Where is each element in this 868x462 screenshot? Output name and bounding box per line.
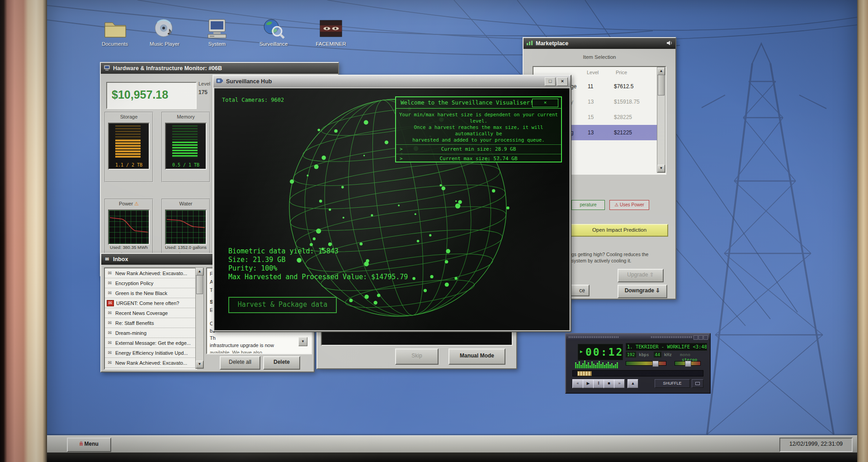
inbox-message[interactable]: ✉Dream-mining xyxy=(105,328,196,338)
storage-label: Storage xyxy=(105,114,152,119)
listbox-scrollbar[interactable]: ▲ ▼ xyxy=(657,67,665,173)
storage-value: 1.1 / 2 TB xyxy=(109,162,149,167)
mail-icon: ✉ xyxy=(107,350,113,356)
description-line: gs getting high? Cooling reduces the xyxy=(571,251,667,257)
surveillance-hub-titlebar[interactable]: Surveillance Hub □ × xyxy=(213,76,571,87)
scroll-down-icon[interactable]: ▼ xyxy=(657,165,665,172)
item-name-fragment: ge xyxy=(571,79,576,94)
volume-thumb[interactable] xyxy=(652,361,659,367)
manual-mode-button[interactable]: Manual Mode xyxy=(448,348,505,365)
balance-thumb[interactable] xyxy=(685,361,691,367)
surveillance-viewport: Total Cameras: 9602 xyxy=(214,88,570,330)
power-label: Power xyxy=(119,201,133,206)
description-line: system by actively cooling it. xyxy=(571,257,667,264)
power-graph xyxy=(108,210,150,245)
speaker-icon[interactable] xyxy=(666,40,673,47)
track-title: 1. TEKRIDER - WORKLIFE <3:48> xyxy=(626,343,707,351)
icon-label: Music Player xyxy=(143,41,186,47)
repeat-icon xyxy=(695,382,700,385)
crt-photo-scene: Documents ♪ Music Player System Surveill… xyxy=(0,0,868,462)
desktop-icon-faceminer[interactable]: FACEMINER xyxy=(309,18,353,47)
inbox-message[interactable]: ✉External Message: Get the edge... xyxy=(105,338,196,348)
hardware-monitor-titlebar[interactable]: Hardware & Infrastructure Monitor: #06B xyxy=(101,63,338,74)
level-value: 175 xyxy=(198,89,208,95)
desktop-screen: Documents ♪ Music Player System Surveill… xyxy=(47,0,857,462)
item-price: $7612.5 xyxy=(614,79,633,94)
skip-button[interactable]: Skip xyxy=(395,348,439,365)
pause-button[interactable]: ‖ xyxy=(593,379,604,388)
balance-slider[interactable] xyxy=(675,361,701,366)
inbox-message-urgent[interactable]: ✉URGENT: Come here often? xyxy=(105,298,196,308)
play-button[interactable]: ▶ xyxy=(583,379,594,388)
dialog-close-icon[interactable]: × xyxy=(532,99,558,107)
inbox-message[interactable]: ✉New Rank Achieved: Excavato... xyxy=(105,358,196,368)
play-state-icon: ▶ xyxy=(580,349,583,354)
item-level: 11 xyxy=(588,79,593,94)
close-icon[interactable] xyxy=(703,335,708,340)
menu-button[interactable]: m̈ Menu xyxy=(67,438,111,452)
desktop-icon-music-player[interactable]: ♪ Music Player xyxy=(143,18,186,47)
volume-slider[interactable] xyxy=(626,361,666,366)
level-label: Level xyxy=(198,81,210,86)
total-cameras: Total Cameras: 9602 xyxy=(222,97,284,103)
downgrade-button[interactable]: Downgrade ⇩ xyxy=(618,285,667,298)
inbox-message[interactable]: ✉Energy Efficiency Initiative Upd... xyxy=(105,348,196,358)
inbox-message[interactable]: ✉Re: Staff Benefits xyxy=(105,318,196,328)
monitor-bezel-left xyxy=(0,0,47,462)
harvest-package-button[interactable]: Harvest & Package data xyxy=(228,297,337,313)
mail-icon: ✉ xyxy=(107,310,113,316)
marketplace-titlebar[interactable]: Marketplace xyxy=(524,38,675,49)
power-used: Used: 380.35 MWh xyxy=(105,245,152,250)
restore-icon[interactable]: □ xyxy=(545,77,556,86)
mail-subject: Dream-mining xyxy=(115,330,146,336)
repeat-button[interactable] xyxy=(692,379,703,388)
seek-thumb[interactable] xyxy=(577,371,592,376)
shade-icon[interactable] xyxy=(698,335,703,340)
inbox-message[interactable]: ✉Recent News Coverage xyxy=(105,308,196,318)
scroll-up-icon[interactable]: ▲ xyxy=(196,268,203,276)
water-used: Used: 1352.0 gallons xyxy=(162,245,209,250)
inbox-scrollbar[interactable]: ▲ ▼ xyxy=(195,267,204,369)
inbox-message[interactable]: ✉New Rank Achieved: Excavato... xyxy=(105,268,196,278)
delete-button[interactable]: Delete xyxy=(263,356,300,370)
desktop-icon-surveillance[interactable]: Surveillance xyxy=(252,18,295,47)
computer-icon xyxy=(204,18,230,39)
upgrade-button[interactable]: Upgrade ⇧ xyxy=(618,269,664,282)
mail-dropdown-icon[interactable]: ▼ xyxy=(298,337,307,346)
scroll-up-icon[interactable]: ▲ xyxy=(657,67,665,75)
seek-bar[interactable] xyxy=(572,370,703,376)
shuffle-button[interactable]: SHUFFLE xyxy=(655,379,690,388)
memory-label: Memory xyxy=(162,114,209,119)
desktop-icon-system[interactable]: System xyxy=(195,18,239,47)
delete-all-button[interactable]: Delete all xyxy=(220,356,260,370)
stat-purity: Purity: 100% xyxy=(228,264,408,273)
bitrate-value: 192 xyxy=(626,352,636,357)
minimize-icon[interactable] xyxy=(693,335,698,340)
inbox-icon: ✉ xyxy=(104,257,110,262)
eject-button[interactable]: ▲ xyxy=(627,379,638,388)
inbox-message[interactable]: ✉Encryption Policy xyxy=(105,278,196,288)
desktop-icon-documents[interactable]: Documents xyxy=(93,18,137,47)
previous-button[interactable]: « xyxy=(572,379,583,388)
icon-label: System xyxy=(195,41,239,47)
stop-button[interactable]: ■ xyxy=(604,379,614,388)
mail-subject: URGENT: Come here often? xyxy=(116,300,179,306)
close-icon[interactable]: × xyxy=(557,77,568,86)
scrollbar-thumb[interactable] xyxy=(196,275,203,294)
window-title: Marketplace xyxy=(536,40,568,47)
balance-value: $10,957.18 xyxy=(107,83,196,106)
power-warning-icon: ⚠ xyxy=(134,201,139,206)
cd-music-icon: ♪ xyxy=(152,18,177,39)
memory-gauge-panel: Memory 0.5 / 1 TB xyxy=(161,112,210,182)
inbox-message-urgent[interactable]: ✉URGENT: High Electricity Usage xyxy=(105,368,196,370)
scrollbar-thumb[interactable] xyxy=(658,75,665,95)
player-titlebar[interactable] xyxy=(566,334,710,340)
inbox-message[interactable]: ✉Green is the New Black xyxy=(105,288,196,298)
folder-icon xyxy=(102,18,127,39)
open-impact-prediction-button[interactable]: Open Impact Prediction xyxy=(571,224,668,237)
scroll-down-icon[interactable]: ▼ xyxy=(196,361,203,368)
next-button[interactable]: » xyxy=(614,379,625,388)
water-label: Water xyxy=(162,201,209,206)
min-size-value: Current min size: 28.9 GB xyxy=(441,146,516,152)
faceminer-logo-icon: m̈ xyxy=(80,441,83,447)
